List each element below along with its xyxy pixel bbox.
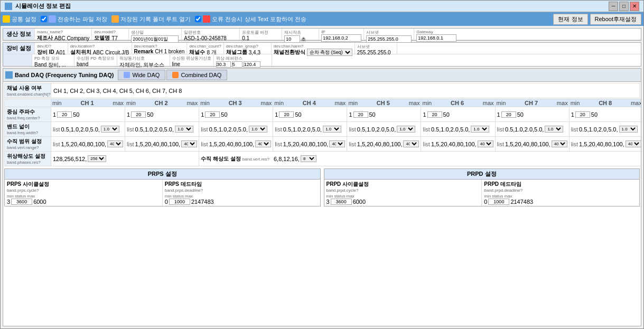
ch1-vert-select[interactable]: 40	[107, 140, 123, 147]
toolbar-save-file[interactable]: 전송하는 파일 저장	[41, 15, 107, 23]
prpd-header: PRPD 설정	[324, 169, 640, 180]
ip-label: IP	[321, 30, 361, 34]
prod-date-label: 생산일	[131, 30, 179, 35]
phase-sync-label: 위상동기신호	[119, 55, 167, 61]
phase-sync-value: 자체라인, 외부소스	[119, 61, 167, 69]
ch8-width-select[interactable]: 1.0	[619, 126, 638, 133]
prps-deadline-label: PRPS 데드타임	[165, 181, 318, 188]
phase-ref-v2-input[interactable]	[232, 61, 242, 68]
ch7-vert-select[interactable]: 40	[552, 140, 567, 147]
ip-input[interactable]	[321, 34, 361, 42]
gear-icon	[3, 15, 10, 23]
minimize-button[interactable]: ─	[609, 2, 618, 11]
recv-pd-label: 수신된 PD 측정모드	[77, 55, 115, 61]
ch6-center-input[interactable]	[427, 111, 442, 118]
ch5-header: minCH 5max	[347, 99, 421, 107]
ch4-vert-select[interactable]: 40	[329, 140, 345, 147]
band-daq-title: Band DAQ (Frequency Tuning DAQ)	[15, 72, 114, 78]
ch7-center-input[interactable]	[501, 111, 516, 118]
prpd-cycle-input[interactable]	[331, 199, 352, 205]
remark-value: CH 1 broken	[155, 49, 184, 54]
channel-enable-value: CH 1, CH 2, CH 3, CH 4, CH 5, CH 6, CH 7…	[51, 83, 184, 98]
ch6-vert-select[interactable]: 40	[478, 140, 493, 147]
prps-cycle-input[interactable]	[11, 199, 32, 205]
ch8-vert-select[interactable]: 40	[626, 140, 641, 147]
ch8-center-input[interactable]	[575, 111, 590, 118]
vert-range-label: 수직 범위 설정	[7, 138, 49, 145]
install-loc-sub: dev.location?	[70, 44, 129, 49]
phase-ref-v1-input[interactable]	[216, 61, 231, 68]
ch3-center-input[interactable]	[205, 111, 220, 118]
combined-daq-tab[interactable]: Combined DAQ	[166, 70, 227, 80]
phase-res-sub: band.phases.res?	[7, 160, 49, 165]
current-info-button[interactable]: 현재 정보	[553, 14, 587, 25]
ch2-center-input[interactable]	[131, 111, 146, 118]
app-icon	[5, 3, 12, 10]
ch6-vert-list: 1,5,20,40,80,100,	[431, 141, 477, 147]
prps-cycle-status-label: status	[15, 194, 26, 199]
ch3-center-max: 50	[221, 111, 227, 118]
prps-cycle-max: 6000	[33, 199, 46, 205]
ch4-center-input[interactable]	[279, 111, 294, 118]
ch3-vert-list: 1,5,20,40,80,100,	[209, 141, 255, 147]
toolbar-common-settings[interactable]: 공통 설정	[3, 15, 36, 23]
prpd-deadline-input[interactable]	[488, 199, 509, 205]
toolbar-error-send[interactable]: 오류 전송시 상세 Text 포함하여 전송	[195, 15, 306, 23]
ch6-width-select[interactable]: 1.0	[471, 126, 489, 133]
ch7-center-max: 50	[517, 111, 524, 118]
ch7-width-select[interactable]: 1.0	[545, 126, 563, 133]
manufacturer-sub: manu_name?	[37, 30, 89, 34]
restart-input[interactable]	[284, 35, 300, 43]
ch1-vert-list: 1,5,20,40,80,100,	[61, 141, 106, 147]
toolbar-open-folder[interactable]: 저장된 기록 폴더 루트 열기	[111, 15, 191, 23]
error-send-checkbox[interactable]	[195, 16, 201, 22]
vert-res-select[interactable]: 8	[301, 155, 316, 162]
ch5-vert-select[interactable]: 40	[403, 140, 419, 147]
ch2-vert-select[interactable]: 40	[181, 140, 197, 147]
band-width-label: 밴드 넓이	[7, 123, 49, 130]
subnet-input[interactable]	[366, 35, 412, 43]
ch1-center-max: 50	[73, 111, 79, 118]
ch6-center-max: 50	[443, 111, 450, 118]
remark-label: Remark	[134, 49, 154, 54]
ch6-header: minCH 6max	[421, 99, 495, 107]
model-value: T7	[111, 35, 118, 41]
production-date-input[interactable]	[131, 35, 179, 43]
ch4-center-min: 1	[275, 111, 278, 118]
prps-deadline-input[interactable]	[169, 199, 190, 205]
error-icon	[203, 15, 210, 23]
pd-mode-label: PD 측정 모드	[34, 55, 72, 61]
vert-res-sub: band.vert.res?	[242, 157, 269, 162]
ch1-width-select[interactable]: 1.0	[101, 126, 119, 133]
pd-mode-value: Band 장비, ...	[34, 61, 72, 69]
ch3-width-list: 0.5,1.0,2.0,5.0,	[209, 126, 248, 133]
save-file-checkbox[interactable]	[41, 16, 47, 22]
vert-res-label: 수직 해상도 설정	[201, 156, 241, 162]
wide-daq-icon	[124, 72, 130, 78]
reboot-settings-button[interactable]: Reboot후재설정	[590, 14, 641, 25]
prpd-cycle-label: PRPD 사이클설정	[326, 181, 480, 188]
prps-cycle-max-label: max	[27, 194, 35, 199]
production-info-label: 생산 정보	[3, 29, 35, 40]
ch3-vert-select[interactable]: 40	[255, 140, 271, 147]
ch4-width-select[interactable]: 1.0	[323, 126, 341, 133]
close-button[interactable]: ✕	[630, 2, 639, 11]
ch5-width-list: 0.5,1.0,2.0,5.0,	[357, 126, 396, 133]
ch5-center-input[interactable]	[353, 111, 368, 118]
wide-daq-tab[interactable]: Wide DAQ	[118, 70, 165, 80]
ch5-width-select[interactable]: 1.0	[397, 126, 415, 133]
serial-label: 일련번호	[184, 30, 237, 35]
ch2-width-select[interactable]: 1.0	[175, 126, 193, 133]
ch3-width-select[interactable]: 1.0	[249, 126, 267, 133]
phase-ref-v3-input[interactable]	[244, 61, 260, 68]
gateway-input[interactable]	[416, 34, 456, 42]
ch1-center-input[interactable]	[57, 111, 72, 118]
maximize-button[interactable]: □	[619, 2, 629, 11]
prpd-deadline-min: 0	[484, 199, 487, 205]
phase-res-label: 위상해상도 설정	[7, 153, 49, 160]
manufacturer-value: ABC Company	[54, 35, 89, 41]
phase-res-select[interactable]: 256	[88, 155, 106, 162]
prpd-cycle-sub: band.prpd.cycle?	[326, 188, 480, 193]
phase-ref-label: 위상 레퍼런스	[216, 55, 269, 61]
subnet-label: 서브넷	[366, 30, 412, 35]
